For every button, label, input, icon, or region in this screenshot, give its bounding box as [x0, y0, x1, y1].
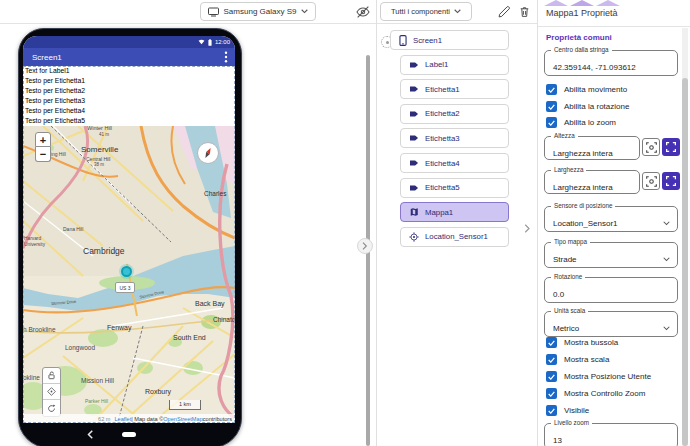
- properties-scrollbar[interactable]: [682, 28, 688, 446]
- scale-units-select[interactable]: Unità scala Metrico: [544, 308, 678, 337]
- height-expand-button[interactable]: [662, 138, 680, 156]
- center-string-field[interactable]: Centro dalla stringa 42.359144, -71.0936…: [544, 47, 678, 76]
- map-scale-bar: 1 km: [169, 400, 201, 410]
- checkbox-mostra-scala[interactable]: Mostra scala: [546, 354, 609, 365]
- center-location-icon[interactable]: [43, 384, 60, 400]
- center-focus-icon: [646, 142, 657, 153]
- tree-item-label: Etichetta3: [425, 134, 460, 143]
- height-center-focus-button[interactable]: [642, 138, 660, 156]
- label-tag-icon: [409, 85, 419, 93]
- checkbox-mostra-controllo-zoom[interactable]: Mostra Controllo Zoom: [546, 388, 645, 399]
- tree-item-label: Screen1: [413, 36, 442, 45]
- checkbox-checked-icon: [546, 405, 557, 416]
- tree-item-label: Location_Sensor1: [425, 232, 488, 241]
- chevron-down-icon: [663, 257, 670, 262]
- openstreetmap-link[interactable]: OpenStreetMap: [163, 416, 203, 422]
- tree-item-etichetta2[interactable]: Etichetta2: [400, 104, 509, 124]
- position-sensor-select[interactable]: Sensore di posizione Location_Sensor1: [544, 203, 678, 232]
- section-title: Proprietà comuni: [546, 33, 612, 42]
- width-value: Larghezza intera: [553, 183, 613, 192]
- leaflet-link[interactable]: Leaflet: [114, 416, 131, 422]
- label-component[interactable]: Text for Label1: [23, 66, 235, 76]
- collapse-viewer-chevron[interactable]: [357, 238, 373, 254]
- smartphone-icon: [399, 35, 407, 46]
- checkbox-checked-icon: [546, 337, 557, 348]
- chevron-down-icon: [301, 9, 308, 14]
- tree-item-etichetta4[interactable]: Etichetta4: [400, 153, 509, 173]
- tree-item-etichetta1[interactable]: Etichetta1: [400, 79, 509, 99]
- rotation-value: 0.0: [553, 290, 564, 299]
- expand-icon: [666, 142, 676, 152]
- user-location-marker: [121, 266, 132, 277]
- rotation-field[interactable]: Rotazione 0.0: [544, 274, 678, 303]
- width-expand-button[interactable]: [662, 172, 680, 190]
- device-selector[interactable]: Samsung Galaxy S9: [200, 2, 316, 21]
- height-value: Larghezza intera: [553, 149, 613, 158]
- checkbox-checked-icon: [546, 117, 557, 128]
- device-selector-label: Samsung Galaxy S9: [224, 7, 297, 16]
- properties-header: Mappa1 Proprietà: [538, 0, 690, 27]
- map-side-controls: [42, 367, 61, 417]
- tree-item-label: Etichetta2: [425, 109, 460, 118]
- zoom-level-value: 13: [553, 436, 562, 445]
- checkbox-abilita-zoom[interactable]: Abilita lo zoom: [546, 117, 616, 128]
- elevation-label: 62 m: [98, 416, 110, 422]
- position-sensor-value: Location_Sensor1: [553, 219, 618, 228]
- wifi-icon: [198, 39, 205, 45]
- checkbox-checked-icon: [546, 388, 557, 399]
- width-field[interactable]: Larghezza Larghezza intera: [544, 167, 640, 194]
- label-component[interactable]: Testo per Etichetta5: [23, 116, 235, 126]
- battery-icon: [208, 39, 212, 46]
- expand-icon: [666, 176, 676, 186]
- checkbox-visibile[interactable]: Visibile: [546, 405, 589, 416]
- eye-off-icon[interactable]: [355, 4, 371, 20]
- phone-mockup: 12:00 Screen1 Text for Label1 Testo per …: [18, 28, 242, 446]
- pencil-icon[interactable]: [498, 5, 512, 19]
- checkbox-checked-icon: [546, 101, 557, 112]
- attribution-text: | Map data ©: [131, 416, 163, 422]
- map-type-value: Strade: [553, 255, 577, 264]
- tree-item-location-sensor1[interactable]: Location_Sensor1: [400, 227, 509, 247]
- checkbox-checked-icon: [546, 371, 557, 382]
- checkbox-mostra-posizione-utente[interactable]: Mostra Posizione Utente: [546, 371, 651, 382]
- kebab-menu-icon[interactable]: [224, 51, 228, 63]
- tree-item-etichetta5[interactable]: Etichetta5: [400, 178, 509, 198]
- center-focus-icon: [646, 176, 657, 187]
- scale-units-value: Metrico: [553, 324, 579, 333]
- zoom-level-field[interactable]: Livello zoom 13: [544, 420, 678, 446]
- zoom-in-button[interactable]: +: [35, 132, 51, 147]
- compass-icon[interactable]: [197, 142, 219, 164]
- tree-item-label: Label1: [425, 60, 448, 69]
- tree-item-label: Etichetta4: [425, 159, 460, 168]
- tree-item-screen1[interactable]: Screen1: [390, 30, 509, 50]
- tree-item-mappa1[interactable]: Mappa1: [400, 202, 509, 222]
- map-type-select[interactable]: Tipo mappa Strade: [544, 239, 678, 268]
- map-view[interactable]: Winter Hill 41 m Somerville Central Hill…: [23, 126, 235, 423]
- nav-home-pill[interactable]: [122, 432, 136, 437]
- checkbox-mostra-bussola[interactable]: Mostra bussola: [546, 337, 618, 348]
- checkbox-abilita-rotazione[interactable]: Abilita la rotazione: [546, 101, 629, 112]
- attribution-suffix: contributors: [203, 416, 232, 422]
- height-field[interactable]: Altezza Larghezza intera: [544, 133, 640, 160]
- tree-item-label1[interactable]: Label1: [400, 55, 509, 75]
- checkbox-abilita-movimento[interactable]: Abilita movimento: [546, 84, 627, 95]
- label-component[interactable]: Testo per Etichetta3: [23, 96, 235, 106]
- label-component[interactable]: Testo per Etichetta1: [23, 76, 235, 86]
- tree-item-label: Etichetta1: [425, 85, 460, 94]
- checkbox-checked-icon: [546, 84, 557, 95]
- label-component[interactable]: Testo per Etichetta4: [23, 106, 235, 116]
- panel-divider-left: [376, 0, 377, 446]
- width-center-focus-button[interactable]: [642, 172, 660, 190]
- zoom-out-button[interactable]: −: [35, 147, 51, 162]
- collapse-tree-chevron[interactable]: [520, 221, 534, 235]
- phone-nav-bar: [19, 423, 241, 446]
- tree-item-etichetta3[interactable]: Etichetta3: [400, 128, 509, 148]
- panel-top-decoration: [544, 0, 624, 6]
- app-designer: Samsung Galaxy S9 Tutti i componenti 12:…: [0, 0, 690, 446]
- chevron-down-icon: [454, 9, 461, 14]
- nav-back-icon[interactable]: [87, 430, 93, 439]
- components-dropdown[interactable]: Tutti i componenti: [380, 2, 472, 21]
- label-component[interactable]: Testo per Etichetta2: [23, 86, 235, 96]
- trash-icon[interactable]: [518, 5, 532, 19]
- lock-open-icon[interactable]: [43, 368, 60, 384]
